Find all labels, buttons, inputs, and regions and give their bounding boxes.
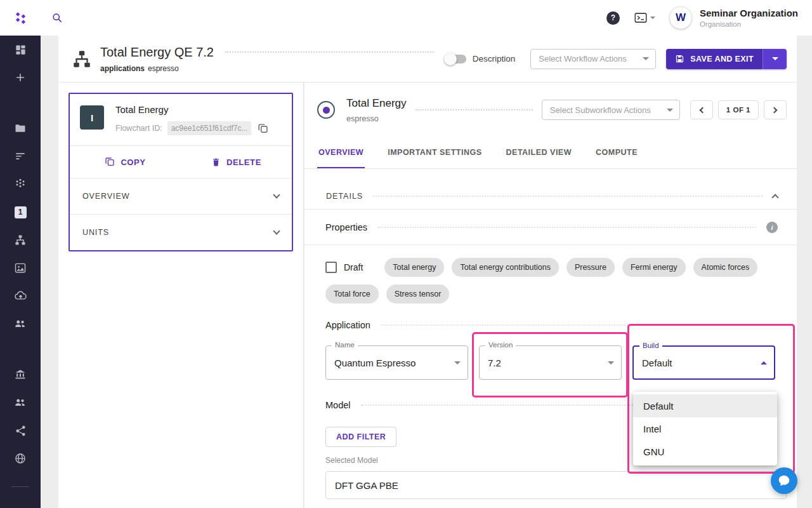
unit-section-units[interactable]: UNITS: [70, 215, 292, 250]
build-field-label: Build: [639, 342, 662, 349]
dashboard-icon: [15, 44, 27, 56]
tab-important-settings[interactable]: IMPORTANT SETTINGS: [386, 137, 483, 168]
subworkflow-tabs: OVERVIEW IMPORTANT SETTINGS DETAILED VIE…: [304, 137, 797, 169]
chevron-left-icon: [699, 107, 705, 113]
draft-label: Draft: [344, 262, 363, 272]
application-key-label: applications: [100, 64, 145, 73]
application-name-select[interactable]: Name Quantum Espresso: [325, 345, 468, 380]
copy-button-label: COPY: [121, 157, 145, 167]
sidebar-item-users[interactable]: [6, 389, 34, 417]
people-icon: [14, 318, 27, 330]
unit-tile[interactable]: I: [80, 105, 104, 130]
sidebar-item-materials[interactable]: [6, 170, 34, 198]
property-chip[interactable]: Fermi energy: [622, 258, 686, 277]
property-chip[interactable]: Total energy contributions: [452, 258, 558, 277]
description-toggle[interactable]: [445, 55, 466, 64]
property-chip[interactable]: Total energy: [384, 258, 444, 277]
share-icon: [15, 425, 27, 437]
save-options-button[interactable]: [763, 49, 787, 69]
next-page-button[interactable]: [764, 100, 787, 119]
sidebar-item-jobs[interactable]: [6, 142, 34, 170]
console-button[interactable]: [634, 11, 655, 25]
details-section-header[interactable]: DETAILS: [304, 183, 797, 210]
dotted-leader: [381, 324, 768, 326]
sidebar-item-dashboard[interactable]: [6, 36, 34, 64]
chevron-down-icon: [772, 57, 778, 60]
sidebar-item-team[interactable]: [6, 310, 34, 338]
delete-button[interactable]: DELETE: [181, 157, 292, 167]
unit-section-overview[interactable]: OVERVIEW: [70, 178, 292, 214]
build-option-default[interactable]: Default: [633, 394, 777, 417]
copy-button[interactable]: COPY: [70, 157, 181, 167]
help-icon[interactable]: ?: [606, 11, 620, 25]
tab-detailed-view[interactable]: DETAILED VIEW: [505, 137, 573, 168]
units-section-label: UNITS: [82, 228, 109, 237]
build-field-value: Default: [642, 358, 672, 368]
property-chip[interactable]: Stress tensor: [386, 284, 450, 304]
sidebar-item-share[interactable]: [6, 417, 34, 444]
sidebar-item-create[interactable]: [6, 64, 34, 91]
org-name: Seminar Organization: [700, 8, 798, 18]
chevron-down-icon: [608, 361, 614, 364]
sidebar-item-workflows[interactable]: [6, 226, 34, 254]
workflow-actions-select[interactable]: Select Workflow Actions: [530, 49, 656, 69]
description-toggle-label: Description: [473, 54, 516, 64]
property-chip[interactable]: Total force: [325, 284, 379, 304]
flowchart-icon: [14, 234, 27, 246]
org-type: Organisation: [700, 20, 798, 28]
dotted-leader: [373, 196, 763, 197]
prev-page-button[interactable]: [690, 100, 713, 119]
draft-checkbox[interactable]: [325, 262, 337, 273]
sidebar-item-projects[interactable]: [6, 114, 34, 142]
entity-badge-number: 1: [18, 208, 23, 217]
avatar-letter: W: [676, 11, 686, 24]
org-switcher[interactable]: Seminar Organization Organisation: [700, 8, 798, 28]
dotted-leader: [377, 227, 756, 228]
model-section-label: Model: [325, 400, 351, 410]
overview-section-label: OVERVIEW: [82, 192, 129, 201]
info-icon[interactable]: i: [766, 222, 778, 233]
application-version-select[interactable]: Version 7.2: [479, 345, 622, 380]
save-and-exit-button[interactable]: SAVE AND EXIT: [666, 49, 763, 69]
draft-checkbox-group[interactable]: Draft: [325, 262, 363, 273]
flowchart-id-value[interactable]: ac9ee1c651f61cdf7c...: [167, 121, 252, 135]
chevron-down-icon: [643, 57, 649, 60]
sidebar-item-explore[interactable]: [6, 444, 34, 472]
application-fields: Name Quantum Espresso Version 7.2 Build …: [325, 345, 778, 380]
add-filter-button[interactable]: ADD FILTER: [325, 427, 396, 447]
sidebar-item-images[interactable]: [6, 254, 34, 282]
tab-overview[interactable]: OVERVIEW: [317, 137, 365, 168]
sidebar-divider: [11, 486, 29, 487]
subworkflow-actions-select[interactable]: Select Subworkflow Actions: [542, 100, 680, 120]
chevron-right-icon: [771, 107, 778, 113]
details-title: DETAILS: [326, 192, 363, 201]
selected-model-select[interactable]: DFT GGA PBE: [325, 471, 787, 499]
sidebar-item-cloud[interactable]: [6, 282, 34, 310]
build-option-gnu[interactable]: GNU: [633, 440, 777, 463]
page-indicator: 1 OF 1: [718, 100, 759, 119]
copy-id-icon[interactable]: [258, 123, 268, 134]
unit-tile-letter: I: [91, 112, 93, 123]
flowchart-panel: I Total Energy Flowchart ID: ac9ee1c651f…: [58, 83, 304, 508]
version-field-value: 7.2: [488, 358, 501, 368]
tab-compute[interactable]: COMPUTE: [594, 137, 639, 168]
workflow-actions-label: Select Workflow Actions: [539, 54, 626, 64]
users-icon: [14, 396, 27, 409]
app-logo[interactable]: [0, 10, 41, 26]
logo-icon: [12, 10, 29, 26]
dotted-leader: [416, 109, 533, 110]
image-icon: [14, 262, 27, 274]
build-option-intel[interactable]: Intel: [633, 417, 777, 440]
sidebar-item-entities[interactable]: 1: [6, 198, 34, 226]
intercom-button[interactable]: [771, 467, 797, 494]
property-chip[interactable]: Atomic forces: [693, 258, 758, 277]
version-field-label: Version: [485, 341, 516, 349]
avatar[interactable]: W: [669, 6, 692, 29]
property-chip[interactable]: Pressure: [566, 258, 615, 277]
application-build-select[interactable]: Build Default: [632, 345, 775, 380]
name-field-value: Quantum Espresso: [334, 358, 416, 368]
search-icon[interactable]: [51, 11, 63, 24]
sidebar-item-organization[interactable]: [6, 361, 34, 389]
workflow-header: Total Energy QE 7.2 applications espress…: [58, 36, 797, 83]
chevron-up-icon: [761, 361, 767, 364]
